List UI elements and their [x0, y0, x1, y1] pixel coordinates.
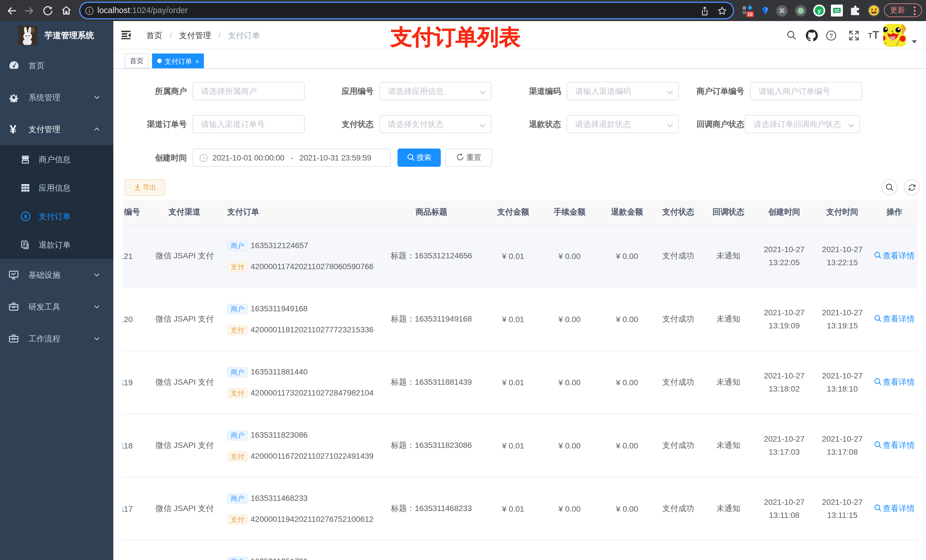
- svg-text:y: y: [817, 8, 821, 14]
- svg-text:10: 10: [747, 12, 753, 17]
- svg-text:⌘: ⌘: [779, 7, 785, 14]
- svg-text:¥: ¥: [24, 213, 27, 220]
- svg-text:?: ?: [829, 32, 832, 39]
